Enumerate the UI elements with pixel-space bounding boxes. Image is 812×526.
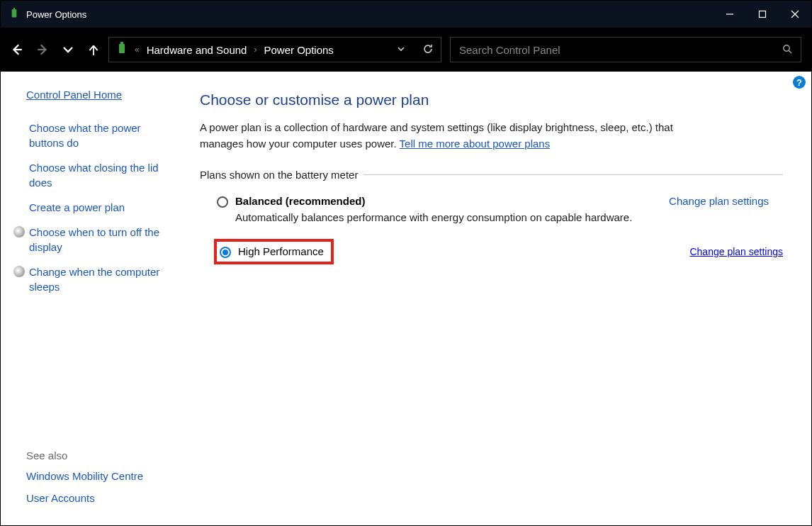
display-icon [13, 226, 25, 237]
sidebar-item-label[interactable]: Choose when to turn off the display [29, 225, 176, 254]
see-also-mobility-centre[interactable]: Windows Mobility Centre [26, 470, 176, 482]
search-box[interactable] [450, 37, 801, 62]
see-also-user-accounts[interactable]: User Accounts [26, 492, 176, 504]
battery-icon [116, 42, 128, 58]
section-label-text: Plans shown on the battery meter [200, 169, 358, 181]
change-plan-settings-link[interactable]: Change plan settings [689, 246, 783, 257]
sidebar-item-label[interactable]: Choose what closing the lid does [29, 160, 176, 190]
sidebar-item-display-off[interactable]: Choose when to turn off the display [13, 225, 176, 254]
svg-rect-8 [119, 44, 125, 53]
help-icon[interactable]: ? [793, 76, 806, 89]
radio-high-performance[interactable] [220, 247, 231, 258]
change-plan-settings-link[interactable]: Change plan settings [669, 195, 769, 207]
control-panel-home-link[interactable]: Control Panel Home [26, 89, 176, 101]
plan-high-performance-row: High Performance Change plan settings [200, 239, 783, 264]
highlight-annotation: High Performance [214, 239, 334, 264]
radio-balanced[interactable] [217, 196, 228, 208]
address-bar[interactable]: « Hardware and Sound › Power Options [108, 37, 441, 62]
sidebar-links: Choose what the power buttons do Choose … [13, 121, 176, 304]
tell-me-more-link[interactable]: Tell me more about power plans [400, 138, 551, 150]
main-panel: Choose or customise a power plan A power… [188, 72, 811, 526]
breadcrumb-chevron-icon: « [135, 45, 140, 55]
sidebar-item-label[interactable]: Choose what the power buttons do [29, 121, 176, 150]
sleep-icon [13, 266, 25, 277]
plan-balanced[interactable]: Balanced (recommended) Automatically bal… [200, 191, 783, 228]
see-also-heading: See also [26, 449, 176, 461]
titlebar: Power Options [1, 1, 811, 28]
svg-rect-3 [760, 11, 766, 18]
window-title: Power Options [26, 9, 86, 20]
svg-line-11 [789, 50, 791, 53]
up-button[interactable] [87, 43, 100, 56]
navigation-bar: « Hardware and Sound › Power Options [1, 28, 811, 72]
minimize-button[interactable] [714, 1, 746, 28]
divider [363, 174, 783, 175]
forward-button[interactable] [36, 43, 49, 56]
address-dropdown-button[interactable] [397, 44, 405, 55]
plan-high-performance[interactable]: High Performance [220, 245, 324, 258]
refresh-button[interactable] [422, 43, 434, 57]
svg-rect-1 [13, 8, 15, 10]
sidebar-item-power-buttons[interactable]: Choose what the power buttons do [13, 121, 176, 150]
page-title: Choose or customise a power plan [200, 91, 783, 108]
sidebar-item-create-plan[interactable]: Create a power plan [13, 200, 176, 215]
content-area: ? Control Panel Home Choose what the pow… [1, 72, 811, 526]
sidebar-item-label[interactable]: Change when the computer sleeps [29, 264, 176, 294]
sidebar-item-closing-lid[interactable]: Choose what closing the lid does [13, 160, 176, 190]
chevron-right-icon: › [254, 45, 256, 55]
see-also-section: See also Windows Mobility Centre User Ac… [13, 421, 176, 514]
breadcrumb-current[interactable]: Power Options [264, 44, 333, 56]
sidebar: Control Panel Home Choose what the power… [1, 72, 188, 526]
svg-rect-0 [12, 9, 17, 17]
sidebar-item-label[interactable]: Create a power plan [29, 200, 125, 215]
plan-description: Automatically balances performance with … [235, 211, 655, 223]
back-button[interactable] [11, 43, 23, 56]
search-input[interactable] [459, 44, 782, 56]
intro-paragraph: A power plan is a collection of hardware… [200, 120, 710, 152]
plan-name: High Performance [238, 245, 324, 257]
close-button[interactable] [779, 1, 811, 28]
power-options-icon [8, 8, 21, 21]
recent-locations-button[interactable] [62, 43, 74, 56]
maximize-button[interactable] [746, 1, 779, 28]
plans-section-label: Plans shown on the battery meter [200, 169, 783, 181]
plan-name: Balanced (recommended) [235, 195, 655, 207]
breadcrumb-parent[interactable]: Hardware and Sound [147, 44, 247, 56]
search-icon[interactable] [782, 44, 792, 56]
svg-rect-9 [120, 42, 123, 45]
svg-point-10 [784, 45, 789, 50]
sidebar-item-sleep[interactable]: Change when the computer sleeps [13, 264, 176, 294]
